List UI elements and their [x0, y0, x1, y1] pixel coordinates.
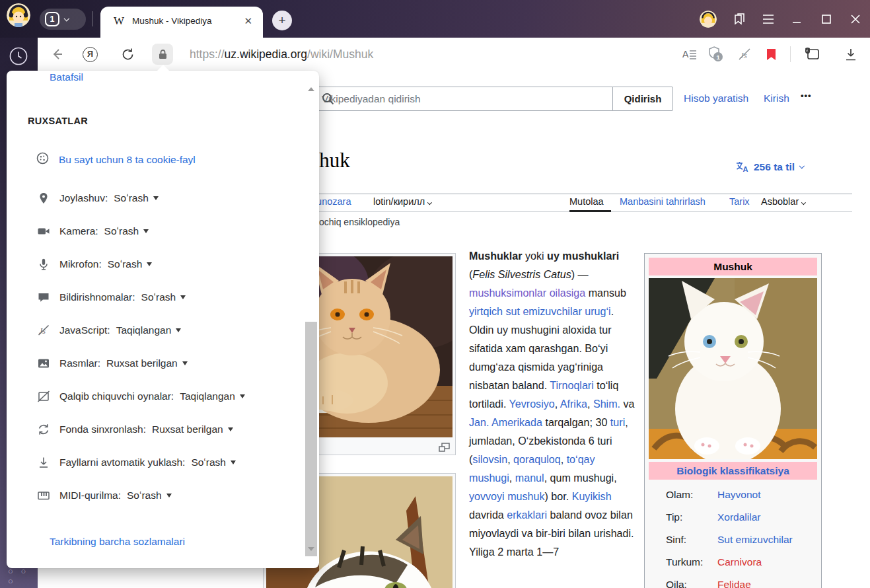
account-avatar[interactable]	[700, 11, 717, 28]
sidebar-overflow-dots-icon[interactable]: ○ ○ ○	[8, 566, 38, 586]
refresh-icon[interactable]	[121, 38, 135, 71]
wiki-link[interactable]: Kuyikish	[572, 490, 612, 502]
taxonomy-value-link[interactable]: Sut emizuvchilar	[717, 534, 793, 546]
wiki-link[interactable]: silovsin	[472, 453, 507, 465]
wiki-link[interactable]: erkaklari	[507, 509, 547, 521]
yandex-icon[interactable]: Я	[83, 38, 98, 71]
javascript-blocked-icon[interactable]: Js	[736, 38, 753, 71]
taxobox: Mushuk	[644, 253, 822, 588]
wiki-link[interactable]: Shim.	[593, 398, 620, 410]
permission-label: Fonda sinxronlash:	[59, 423, 146, 435]
tab-history[interactable]: Tarix	[729, 196, 750, 207]
taxonomy-row: Oila:Felidae	[649, 573, 817, 588]
panel-scroll-down-icon[interactable]	[308, 551, 314, 563]
wiki-link[interactable]: mushuksimonlar oilasiga	[469, 287, 585, 299]
maximize-button[interactable]	[820, 13, 833, 26]
new-tab-button[interactable]: +	[272, 11, 292, 30]
permission-row-sync: Fonda sinxronlash:Ruxsat berilgan	[7, 413, 297, 446]
search-icon	[322, 92, 334, 108]
site-security-lock-icon[interactable]	[152, 44, 173, 65]
taxonomy-value-link[interactable]: Hayvonot	[717, 489, 760, 501]
permission-value-dropdown[interactable]: Soʻrash	[108, 258, 153, 270]
caret-down-icon	[143, 229, 149, 233]
panel-scrollbar[interactable]	[305, 71, 317, 568]
taxonomy-value-link[interactable]: Felidae	[717, 579, 751, 588]
permission-row-autodownload: Fayllarni avtomatik yuklash:Soʻrash	[7, 446, 297, 479]
header-more-icon[interactable]: •••	[801, 91, 812, 100]
login-link[interactable]: Kirish	[764, 92, 789, 104]
address-bar[interactable]: https://uz.wikipedia.org/wiki/Mushuk	[190, 38, 373, 71]
tab-close-icon[interactable]: ✕	[241, 15, 255, 27]
wiki-link[interactable]: Tirnoqlari	[550, 379, 593, 391]
panel-scrollbar-thumb[interactable]	[305, 322, 317, 556]
wiki-link[interactable]: turi	[610, 416, 625, 428]
wiki-link[interactable]: Afrika	[560, 398, 587, 410]
taxonomy-value-link[interactable]: Carnivora	[717, 556, 762, 568]
menu-icon[interactable]	[762, 14, 775, 24]
search-button[interactable]: Qidirish	[612, 87, 673, 111]
permission-value-dropdown[interactable]: Taqiqlangan	[180, 390, 245, 402]
permission-value-dropdown[interactable]: Soʻrash	[127, 490, 172, 501]
tab-edit-source[interactable]: Manbasini tahrirlash	[620, 196, 706, 207]
permission-value-dropdown[interactable]: Ruxsat berilgan	[106, 357, 188, 369]
collections-icon[interactable]	[802, 38, 820, 71]
browser-tab[interactable]: W Mushuk - Vikipediya ✕	[100, 7, 263, 38]
caret-down-icon	[176, 328, 181, 332]
site-subtitle: ochiq ensiklopediya	[319, 217, 400, 227]
permission-value-dropdown[interactable]: Ruxsat berilgan	[152, 423, 233, 435]
autodownload-icon	[36, 456, 52, 469]
create-account-link[interactable]: Hisob yaratish	[684, 92, 748, 104]
wiki-link[interactable]: Yevrosiyo	[509, 398, 555, 410]
wiki-link[interactable]: Jan. Amerikada	[469, 416, 542, 428]
midi-icon	[36, 489, 52, 502]
close-button[interactable]	[849, 13, 862, 26]
tab-read[interactable]: Mutolaa	[569, 196, 604, 207]
permission-value-dropdown[interactable]: Soʻrash	[191, 457, 236, 468]
taxonomy-label: Sinf:	[666, 534, 717, 546]
wiki-link[interactable]: manul	[515, 472, 544, 484]
reader-mode-icon[interactable]: A	[682, 38, 697, 71]
permission-row-location: Joylashuv:Soʻrash	[7, 182, 297, 215]
toolbar-divider	[790, 46, 791, 62]
language-selector[interactable]: A 256 ta til	[735, 161, 803, 173]
history-clock-icon[interactable]	[9, 46, 28, 69]
chevron-down-icon	[63, 16, 69, 22]
details-link[interactable]: Batafsil	[50, 71, 83, 83]
chevron-down-icon	[799, 163, 805, 169]
cookies-link[interactable]: Bu sayt uchun 8 ta cookie-fayl	[59, 154, 196, 166]
enlarge-icon[interactable]	[439, 443, 450, 452]
downloads-icon[interactable]	[844, 38, 857, 71]
wiki-link[interactable]: yovvoyi mushuk	[469, 490, 545, 502]
bookmark-added-icon[interactable]	[766, 38, 776, 71]
bookmarks-icon[interactable]	[733, 13, 746, 26]
taxonomy-row: Olam:Hayvonot	[649, 484, 817, 506]
title-divider	[319, 194, 852, 194]
tab-group-counter[interactable]: 1	[40, 9, 86, 30]
profile-avatar[interactable]	[7, 3, 30, 27]
permission-row-images: Rasmlar:Ruxsat berilgan	[7, 347, 297, 380]
cookies-row[interactable]: Bu sayt uchun 8 ta cookie-fayl	[36, 151, 196, 168]
permission-value-dropdown[interactable]: Taqiqlangan	[116, 324, 182, 336]
url-scheme: https://	[190, 48, 225, 61]
variant-selector[interactable]: lotin/кирилл	[373, 196, 431, 207]
infobox-title: Mushuk	[649, 258, 817, 276]
minimize-button[interactable]	[791, 13, 804, 26]
lead-paragraph: Mushuklar yoki uy mushuklari (Felis Silv…	[469, 246, 638, 561]
all-content-settings-link[interactable]: Tarkibning barcha sozlamalari	[50, 536, 185, 548]
permission-value-dropdown[interactable]: Soʻrash	[141, 291, 186, 303]
protect-shield-icon[interactable]: 1	[707, 38, 725, 71]
site-permissions-panel: Batafsil RUXSATLAR Bu sayt uchun 8 ta co…	[7, 71, 319, 568]
back-icon[interactable]	[50, 38, 64, 71]
permission-value-dropdown[interactable]: Soʻrash	[114, 192, 159, 204]
location-icon	[36, 192, 52, 205]
infobox-kitten-photo[interactable]	[649, 278, 817, 459]
notifications-icon	[36, 291, 52, 304]
wiki-link[interactable]: yirtqich sut emizuvchilar urugʻi	[469, 305, 611, 317]
biologik-klassifikatsiya-link[interactable]: Biologik klassifikatsiya	[676, 465, 789, 477]
permission-value-dropdown[interactable]: Soʻrash	[104, 225, 149, 237]
wiki-link[interactable]: qoraquloq	[513, 453, 561, 465]
taxonomy-value-link[interactable]: Xordalilar	[717, 511, 760, 523]
panel-scroll-up-icon[interactable]	[308, 76, 314, 88]
tools-menu[interactable]: Asboblar	[761, 196, 805, 207]
permission-label: Qalqib chiquvchi oynalar:	[59, 390, 174, 402]
